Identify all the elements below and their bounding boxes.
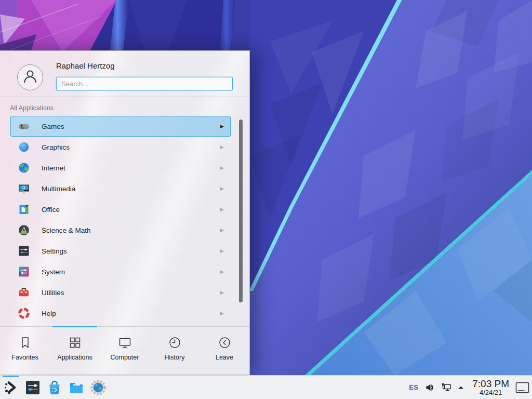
clock-date: 4/24/21 <box>480 389 502 396</box>
submenu-arrow-icon: ▶ <box>220 186 224 191</box>
leave-icon <box>218 336 232 350</box>
clock-time: 7:03 PM <box>472 379 509 389</box>
tab-favorites[interactable]: Favorites <box>0 328 50 376</box>
globe-icon <box>18 162 30 174</box>
launcher-tab-bar: Favorites Applications Computer History … <box>0 328 249 376</box>
gamepad-icon <box>18 120 30 132</box>
search-input[interactable] <box>56 77 233 90</box>
category-office[interactable]: Office ▶ <box>10 199 231 220</box>
multimedia-icon <box>18 182 30 195</box>
science-icon <box>18 224 30 236</box>
volume-icon[interactable] <box>425 382 435 393</box>
taskbar: ES 7:03 PM 4/24/21 <box>0 375 532 399</box>
digital-clock[interactable]: 7:03 PM 4/24/21 <box>472 379 509 396</box>
discover-icon <box>46 379 63 396</box>
submenu-arrow-icon: ▶ <box>220 248 224 254</box>
network-icon[interactable] <box>441 382 451 393</box>
system-tray: ES 7:03 PM 4/24/21 <box>409 376 532 399</box>
system-icon <box>18 265 30 278</box>
taskbar-web-browser[interactable] <box>87 376 109 399</box>
user-icon <box>21 68 39 87</box>
application-launcher-popup: Raphael Hertzog All Applications Games ▶… <box>0 50 250 375</box>
text-caret <box>60 79 60 88</box>
show-desktop-button[interactable] <box>515 382 529 393</box>
tab-history[interactable]: History <box>150 328 200 376</box>
settings-icon <box>18 245 30 257</box>
tab-applications[interactable]: Applications <box>50 328 100 376</box>
category-system[interactable]: System ▶ <box>10 261 231 282</box>
submenu-arrow-icon: ▶ <box>220 228 224 233</box>
desktop: Raphael Hertzog All Applications Games ▶… <box>0 0 532 399</box>
category-internet[interactable]: Internet ▶ <box>10 157 231 178</box>
user-name: Raphael Hertzog <box>56 61 115 70</box>
user-avatar[interactable] <box>17 64 43 90</box>
submenu-arrow-icon: ▶ <box>220 269 224 274</box>
clock-icon <box>168 336 182 350</box>
list-scrollbar-thumb[interactable] <box>239 119 243 302</box>
monitor-icon <box>118 336 132 350</box>
tab-leave[interactable]: Leave <box>200 328 249 376</box>
grid-icon <box>68 336 82 350</box>
section-label: All Applications <box>10 104 54 112</box>
sphere-icon <box>18 141 30 153</box>
help-icon <box>18 307 30 320</box>
keyboard-layout-indicator[interactable]: ES <box>409 383 418 391</box>
header-divider <box>0 97 249 97</box>
footer-divider <box>0 326 249 327</box>
category-help[interactable]: Help ▶ <box>10 303 231 324</box>
folder-icon <box>68 379 85 396</box>
kickoff-icon <box>3 379 19 396</box>
office-icon <box>18 203 30 216</box>
category-multimedia[interactable]: Multimedia ▶ <box>10 178 231 199</box>
utilities-icon <box>18 286 30 299</box>
taskbar-file-manager[interactable] <box>65 376 87 399</box>
submenu-arrow-icon: ▶ <box>220 290 224 295</box>
category-games[interactable]: Games ▶ <box>10 116 231 137</box>
taskbar-discover[interactable] <box>44 376 65 399</box>
expand-tray-icon[interactable] <box>457 384 464 391</box>
category-utilities[interactable]: Utilities ▶ <box>10 282 231 303</box>
submenu-arrow-icon: ▶ <box>220 165 224 170</box>
submenu-arrow-icon: ▶ <box>220 144 224 150</box>
category-graphics[interactable]: Graphics ▶ <box>10 137 231 157</box>
category-list: Games ▶ Graphics ▶ Internet ▶ Multimedia… <box>0 116 249 326</box>
bookmark-icon <box>18 336 32 350</box>
submenu-arrow-icon: ▶ <box>220 207 224 212</box>
web-globe-icon <box>90 379 107 396</box>
taskbar-pinned-apps <box>22 376 109 399</box>
settings-app-icon <box>24 379 41 396</box>
category-science-math[interactable]: Science & Math ▶ <box>10 220 231 241</box>
taskbar-system-settings[interactable] <box>22 376 44 399</box>
submenu-arrow-icon: ▶ <box>220 124 224 129</box>
tab-computer[interactable]: Computer <box>100 328 150 376</box>
application-launcher-button[interactable] <box>0 376 22 399</box>
category-settings[interactable]: Settings ▶ <box>10 241 231 261</box>
submenu-arrow-icon: ▶ <box>220 311 224 316</box>
